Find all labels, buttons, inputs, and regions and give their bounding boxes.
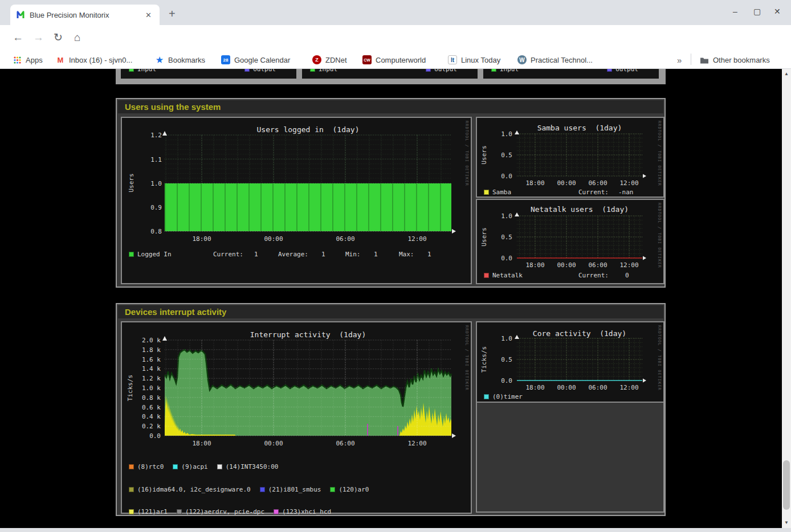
- star-icon: ★: [155, 55, 164, 64]
- bookmark-practical-technology[interactable]: W Practical Technol...: [517, 54, 593, 66]
- rrdtool-watermark: RRDTOOL / TOBI OETIKER: [464, 325, 469, 391]
- browser-toolbar: ← → ↻ ⌂ ⓘ localhost:8080/monitorix-cgi/m…: [0, 25, 791, 50]
- computerworld-icon: CW: [362, 55, 372, 64]
- rrdtool-watermark: RRDTOOL / TOBI OETIKER: [657, 121, 662, 186]
- x-axis-arrow: [452, 433, 456, 438]
- bookmark-google-calendar[interactable]: 28 Google Calendar: [221, 54, 290, 66]
- monitorix-page: Input Output Input Output Input Output U…: [0, 69, 782, 528]
- bookmarks-divider: [691, 54, 691, 65]
- other-bookmarks[interactable]: Other bookmarks: [700, 54, 770, 66]
- rrdtool-watermark: RRDTOOL / TOBI OETIKER: [657, 325, 662, 391]
- y-axis-label: Ticks/s: [480, 346, 488, 373]
- forward-icon[interactable]: →: [33, 31, 44, 44]
- y-axis-label: Users: [128, 173, 135, 192]
- calendar-icon: 28: [221, 55, 230, 64]
- tab-close-icon[interactable]: ✕: [143, 10, 154, 21]
- legend-timer: (0)timer: [484, 393, 523, 400]
- legend-samba: Samba: [484, 189, 511, 196]
- bookmarks-overflow-chevron[interactable]: »: [677, 54, 682, 66]
- apps-shortcut[interactable]: Apps: [13, 54, 43, 66]
- vertical-scrollbar[interactable]: ▲ ▼: [782, 69, 791, 528]
- interrupt-activity-graph[interactable]: Interrupt activity (1day) RRDTOOL / TOBI…: [121, 321, 472, 514]
- folder-icon: [700, 55, 709, 64]
- back-icon[interactable]: ←: [13, 31, 23, 44]
- titlebar: Blue Precision Monitorix ✕ + – ▢ ✕: [0, 0, 791, 25]
- netatalk-users-graph[interactable]: Netatalk users (1day) RRDTOOL / TOBI OET…: [476, 199, 664, 284]
- legend-netatalk: Netatalk: [484, 272, 523, 279]
- window-close-button[interactable]: ✕: [774, 7, 781, 16]
- window-minimize-button[interactable]: –: [733, 7, 737, 16]
- core-activity-graph[interactable]: Core activity (1day) RRDTOOL / TOBI OETI…: [477, 322, 663, 403]
- y-axis-label: Users: [480, 227, 488, 246]
- window-bottom-edge: [0, 528, 791, 532]
- y-axis-label: Users: [480, 145, 488, 164]
- legend-logged-in: Logged In: [129, 251, 172, 258]
- browser-tab[interactable]: Blue Precision Monitorix ✕: [10, 5, 160, 25]
- section-header-interrupts: Devices interrupt activity: [118, 305, 663, 318]
- zdnet-icon: Z: [312, 55, 321, 64]
- window-maximize-button[interactable]: ▢: [753, 7, 761, 16]
- interrupts-section: Devices interrupt activity Interrupt act…: [116, 303, 666, 516]
- cutoff-graph-panel[interactable]: Input Output: [121, 69, 296, 79]
- apps-label: Apps: [26, 56, 43, 64]
- scroll-down-icon[interactable]: ▼: [782, 519, 791, 527]
- reload-icon[interactable]: ↻: [54, 31, 63, 44]
- linux-today-icon: lt: [448, 55, 457, 64]
- scroll-up-icon[interactable]: ▲: [782, 70, 791, 78]
- bookmark-zdnet[interactable]: Z ZDNet: [312, 54, 347, 66]
- interrupt-green-series: [165, 350, 451, 436]
- users-plot: [165, 135, 451, 231]
- core-activity-column: Core activity (1day) RRDTOOL / TOBI OETI…: [476, 321, 664, 513]
- cutoff-graph-panel[interactable]: Input Output: [302, 69, 478, 79]
- graph-title: Users logged in (1day): [165, 125, 451, 134]
- users-section: Users using the system Users logged in (…: [116, 98, 666, 288]
- interrupt-plot: [165, 340, 451, 436]
- section-header-users: Users using the system: [118, 100, 663, 113]
- tab-title: Blue Precision Monitorix: [30, 11, 143, 19]
- bookmarks-bar: Apps M Inbox (16) - sjvn0... ★ Bookmarks…: [0, 50, 791, 69]
- users-logged-in-graph[interactable]: Users logged in (1day) RRDTOOL / TOBI OE…: [121, 117, 472, 284]
- netatalk-plot: [517, 216, 642, 258]
- input-legend-swatch: [129, 69, 134, 72]
- cutoff-graph-panel[interactable]: Input Output: [483, 69, 659, 79]
- new-tab-button[interactable]: +: [169, 8, 176, 19]
- rrdtool-watermark: RRDTOOL / TOBI OETIKER: [464, 121, 469, 186]
- wordpress-icon: W: [517, 55, 527, 64]
- bookmark-inbox[interactable]: M Inbox (16) - sjvn0...: [56, 54, 132, 66]
- bookmark-linux-today[interactable]: lt Linux Today: [448, 54, 500, 66]
- gmail-icon: M: [56, 55, 65, 64]
- samba-users-graph[interactable]: Samba users (1day) RRDTOOL / TOBI OETIKE…: [476, 117, 664, 198]
- bookmark-computerworld[interactable]: CW Computerworld: [362, 54, 426, 66]
- home-icon[interactable]: ⌂: [74, 31, 80, 44]
- interrupt-legend: (8)rtc0 (9)acpi (14)INT3450:00 (16)idma6…: [129, 448, 369, 528]
- output-legend-swatch: [244, 69, 250, 72]
- bookmark-bookmarks[interactable]: ★ Bookmarks: [155, 54, 205, 66]
- scrollbar-thumb[interactable]: [783, 460, 790, 510]
- y-axis-label: Ticks/s: [127, 375, 134, 401]
- core-plot: [517, 338, 642, 380]
- rrdtool-watermark: RRDTOOL / TOBI OETIKER: [657, 203, 662, 268]
- cutoff-graph-row: Input Output Input Output Input Output: [116, 69, 666, 84]
- x-axis-arrow: [452, 229, 456, 234]
- apps-grid-icon: [13, 55, 22, 64]
- browser-window: Blue Precision Monitorix ✕ + – ▢ ✕ ← → ↻…: [0, 0, 791, 532]
- monitorix-favicon-icon: [16, 10, 25, 19]
- samba-plot: [517, 134, 642, 176]
